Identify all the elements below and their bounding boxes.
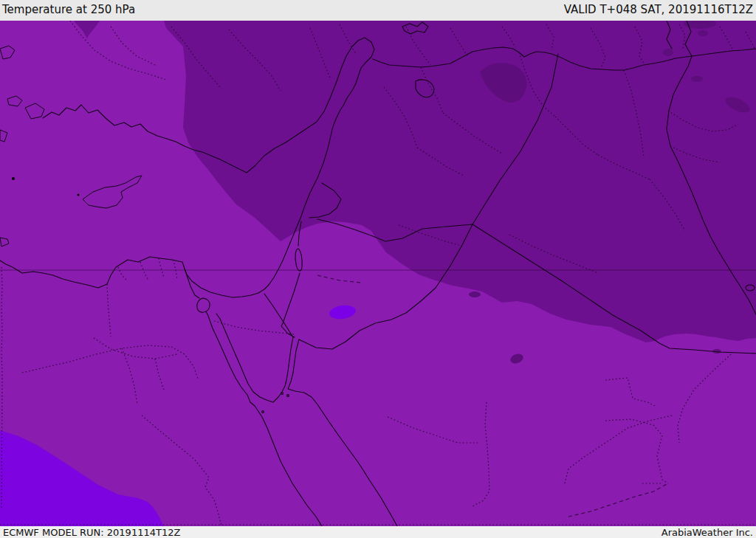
page-title: Temperature at 250 hPa [2, 3, 135, 16]
model-run-label: ECMWF MODEL RUN: 20191114T12Z [3, 527, 180, 538]
header-bar: Temperature at 250 hPa VALID T+048 SAT, … [0, 0, 756, 21]
temperature-map-canvas [0, 21, 756, 526]
footer-bar: ECMWF MODEL RUN: 20191114T12Z ArabiaWeat… [0, 526, 756, 538]
brand-label: ArabiaWeather Inc. [662, 527, 753, 538]
weather-map [0, 21, 756, 526]
valid-time-label: VALID T+048 SAT, 20191116T12Z [564, 3, 753, 16]
